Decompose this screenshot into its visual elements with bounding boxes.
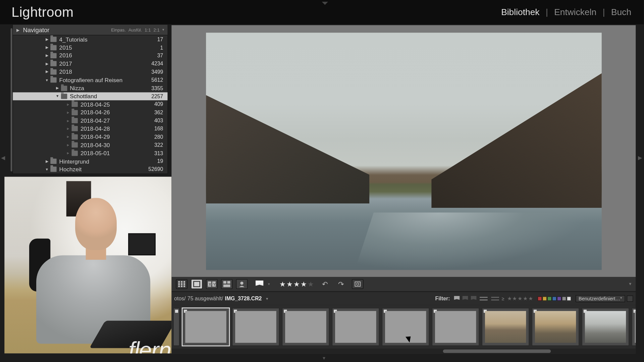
thumbnail[interactable] bbox=[332, 308, 379, 346]
color-label-chip[interactable] bbox=[547, 296, 551, 301]
filter-rating[interactable]: ★★★★★ bbox=[507, 296, 533, 302]
left-panel: ▶ Navigator Einpas. Ausfül. 1:1 2:1 ▾ ▶4… bbox=[12, 24, 168, 174]
folder-row[interactable]: ▹2018-04-28168 bbox=[13, 125, 167, 133]
people-view-button[interactable] bbox=[236, 279, 248, 289]
flag-dropdown-icon[interactable]: ▾ bbox=[268, 282, 270, 286]
zoom-fit[interactable]: Einpas. bbox=[111, 27, 126, 32]
left-panel-collapse[interactable]: ◀ bbox=[1, 155, 5, 161]
folder-row[interactable]: ▶201637 bbox=[13, 52, 167, 60]
thumbnail[interactable] bbox=[232, 308, 279, 346]
toolbar-menu-icon[interactable]: ▼ bbox=[628, 282, 632, 286]
folder-row[interactable]: ▶Nizza3355 bbox=[13, 84, 167, 92]
folder-row[interactable]: ▼Hochzeit52690 bbox=[13, 165, 167, 173]
folder-arrow-icon[interactable]: ▹ bbox=[66, 151, 70, 155]
top-panel-caret[interactable] bbox=[322, 2, 328, 5]
thumbnail[interactable] bbox=[182, 308, 229, 346]
navigator-header[interactable]: ▶ Navigator Einpas. Ausfül. 1:1 2:1 ▾ bbox=[13, 25, 167, 36]
rotate-cw-button[interactable]: ↷ bbox=[336, 280, 346, 288]
filmstrip-scrollbar[interactable] bbox=[171, 349, 636, 354]
folder-row[interactable]: ▼Fotografieren auf Reisen5612 bbox=[13, 76, 167, 84]
filter-flag-reject-icon[interactable] bbox=[471, 296, 476, 301]
folder-arrow-icon[interactable]: ▹ bbox=[66, 103, 70, 107]
thumbnail[interactable] bbox=[382, 308, 429, 346]
color-label-chip[interactable] bbox=[542, 296, 547, 301]
folder-row[interactable]: ▹2018-04-29280 bbox=[13, 133, 167, 141]
folder-arrow-icon[interactable]: ▹ bbox=[66, 143, 70, 147]
color-label-chip[interactable] bbox=[567, 296, 571, 301]
sync-button[interactable] bbox=[352, 279, 363, 289]
filter-flag-unflagged-icon[interactable] bbox=[462, 296, 468, 301]
loupe-view-button[interactable] bbox=[191, 279, 202, 289]
folder-row[interactable]: ▼Schottland2257 bbox=[13, 92, 167, 100]
thumbnail[interactable] bbox=[482, 308, 529, 346]
folder-arrow-icon[interactable]: ▶ bbox=[45, 54, 49, 58]
folder-row[interactable]: ▹2018-04-26362 bbox=[13, 109, 167, 117]
grid-view-button[interactable] bbox=[176, 279, 187, 289]
color-label-chip[interactable] bbox=[537, 296, 542, 301]
thumbnail[interactable] bbox=[632, 308, 636, 346]
rating-stars[interactable]: ★ ★ ★ ★ ★ bbox=[279, 280, 314, 288]
folder-arrow-icon[interactable]: ▶ bbox=[45, 159, 49, 163]
thumbnail[interactable] bbox=[532, 308, 579, 346]
folder-arrow-icon[interactable]: ▶ bbox=[45, 70, 49, 74]
right-panel-collapse[interactable]: ▶ bbox=[638, 155, 642, 161]
color-label-chip[interactable] bbox=[552, 296, 556, 301]
folder-row[interactable]: ▶20151 bbox=[13, 44, 167, 52]
folder-arrow-icon[interactable]: ▶ bbox=[45, 62, 49, 66]
folder-row[interactable]: ▶4_Tutorials17 bbox=[13, 35, 167, 43]
star-icon[interactable]: ★ bbox=[286, 280, 292, 288]
zoom-fill[interactable]: Ausfül. bbox=[128, 27, 142, 32]
folder-arrow-icon[interactable]: ▼ bbox=[55, 94, 60, 98]
folder-arrow-icon[interactable]: ▹ bbox=[66, 127, 70, 131]
folder-arrow-icon[interactable]: ▶ bbox=[45, 46, 49, 50]
folder-row[interactable]: ▶Hintergrund19 bbox=[13, 157, 167, 165]
thumbnail[interactable] bbox=[432, 308, 479, 346]
thumbnail[interactable] bbox=[582, 308, 629, 346]
star-icon[interactable]: ★ bbox=[279, 280, 285, 288]
module-book[interactable]: Buch bbox=[611, 7, 631, 17]
filter-lock-icon[interactable] bbox=[627, 296, 633, 302]
folder-row[interactable]: ▹2018-05-01313 bbox=[13, 149, 167, 157]
path-dropdown-icon[interactable]: ▼ bbox=[265, 297, 269, 301]
folder-arrow-icon[interactable]: ▹ bbox=[66, 111, 70, 115]
zoom-two-to-one[interactable]: 2:1 bbox=[153, 27, 159, 32]
filter-preset-dropdown[interactable]: Benutzerdefiniert…▾ bbox=[576, 295, 633, 302]
thumbnail[interactable] bbox=[173, 308, 179, 346]
flag-pick[interactable] bbox=[256, 281, 264, 288]
filmstrip-path[interactable]: otos/ 75 ausgewählt/ IMG_3728.CR2 ▼ bbox=[174, 296, 269, 302]
color-label-chip[interactable] bbox=[557, 296, 561, 301]
star-icon[interactable]: ★ bbox=[308, 280, 314, 288]
zoom-dropdown-icon[interactable]: ▾ bbox=[162, 28, 164, 32]
folder-arrow-icon[interactable]: ▹ bbox=[66, 119, 70, 123]
folder-row[interactable]: ▹2018-04-30322 bbox=[13, 141, 167, 149]
bottom-panel-caret[interactable]: ▼ bbox=[322, 356, 326, 360]
loupe-view[interactable] bbox=[171, 25, 636, 277]
folder-arrow-icon[interactable]: ▹ bbox=[66, 135, 70, 139]
color-label-chip[interactable] bbox=[562, 296, 566, 301]
folder-arrow-icon[interactable]: ▼ bbox=[45, 167, 49, 171]
folder-row[interactable]: ▶20174234 bbox=[13, 60, 167, 68]
rotate-ccw-button[interactable]: ↶ bbox=[320, 280, 330, 288]
star-icon[interactable]: ★ bbox=[301, 280, 307, 288]
folder-arrow-icon[interactable]: ▼ bbox=[45, 78, 49, 82]
star-icon[interactable]: ★ bbox=[293, 280, 300, 288]
filter-attributes-icon[interactable] bbox=[480, 296, 488, 302]
module-switcher: Bibliothek | Entwickeln | Buch bbox=[501, 7, 631, 17]
filter-rating-comparator[interactable]: ≥ bbox=[502, 296, 504, 301]
folder-row[interactable]: ▹2018-04-25409 bbox=[13, 100, 167, 108]
zoom-one-to-one[interactable]: 1:1 bbox=[145, 27, 151, 32]
svg-point-19 bbox=[357, 283, 359, 285]
filter-attributes-icon[interactable] bbox=[491, 296, 499, 302]
survey-view-button[interactable] bbox=[221, 279, 232, 289]
folder-arrow-icon[interactable]: ▶ bbox=[55, 86, 60, 90]
filter-flag-pick-icon[interactable] bbox=[454, 296, 460, 301]
folder-row[interactable]: ▹2018-04-27403 bbox=[13, 117, 167, 125]
scrollbar-thumb[interactable] bbox=[443, 350, 551, 353]
module-develop[interactable]: Entwickeln bbox=[554, 7, 596, 17]
module-library[interactable]: Bibliothek bbox=[501, 7, 539, 17]
thumbnail[interactable] bbox=[282, 308, 329, 346]
folder-icon bbox=[72, 150, 78, 156]
folder-row[interactable]: ▶20183499 bbox=[13, 68, 167, 76]
folder-arrow-icon[interactable]: ▶ bbox=[45, 38, 49, 42]
compare-view-button[interactable]: XY bbox=[206, 279, 217, 289]
